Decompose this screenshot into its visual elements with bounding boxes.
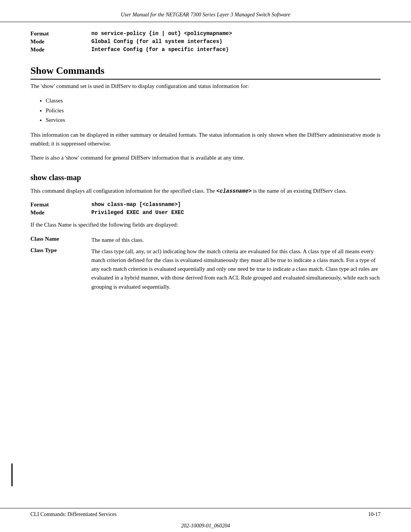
classmap-format-value: show class-map [<classname>] — [91, 201, 381, 209]
format-value: no service-policy {in | out} <policymapn… — [91, 30, 381, 38]
footer-page-number: 10-17 — [368, 511, 381, 518]
list-item: Services — [46, 115, 381, 125]
class-name-label: Class Name — [30, 235, 91, 246]
table-row: Mode Privileged EXEC and User EXEC — [30, 209, 381, 217]
show-classmap-intro: This command displays all configuration … — [30, 187, 381, 196]
mode-label-2: Mode — [30, 46, 91, 54]
bullet-list: Classes Policies Services — [46, 96, 381, 125]
show-commands-heading: Show Commands — [30, 65, 381, 80]
page-header: User Manual for the NETGEAR 7300 Series … — [0, 0, 411, 22]
left-bar-decoration — [11, 463, 13, 486]
mode-label-1: Mode — [30, 38, 91, 46]
format-label: Format — [30, 30, 91, 38]
class-type-label: Class Type — [30, 246, 91, 292]
mode-value-2: Interface Config (for a specific interfa… — [91, 46, 381, 54]
table-row: Mode Interface Config (for a specific in… — [30, 46, 381, 54]
class-type-value: The class type (all, any, or acl) indica… — [91, 246, 381, 292]
classmap-format-table: Format show class-map [<classname>] Mode… — [30, 201, 381, 217]
class-name-value: The name of this class. — [91, 235, 381, 246]
show-classmap-heading: show class-map — [30, 173, 381, 182]
table-row: Class Name The name of this class. — [30, 235, 381, 246]
footer-left-text: CLI Commands: Differentiated Services — [30, 511, 116, 518]
show-commands-para2: This information can be displayed in eit… — [30, 131, 381, 149]
intro-text-part1: This command displays all configuration … — [30, 188, 217, 194]
classmap-mode-label: Mode — [30, 209, 91, 217]
show-commands-intro: The 'show' command set is used in DiffSe… — [30, 82, 381, 91]
page-container: User Manual for the NETGEAR 7300 Series … — [0, 0, 411, 532]
top-format-table: Format no service-policy {in | out} <pol… — [30, 30, 381, 54]
table-row: Class Type The class type (all, any, or … — [30, 246, 381, 292]
classmap-mode-value: Privileged EXEC and User EXEC — [91, 209, 381, 217]
page-footer: CLI Commands: Differentiated Services 10… — [0, 508, 411, 521]
classmap-format-label: Format — [30, 201, 91, 209]
table-row: Format show class-map [<classname>] — [30, 201, 381, 209]
table-row: Format no service-policy {in | out} <pol… — [30, 30, 381, 38]
list-item: Policies — [46, 106, 381, 116]
fields-intro: If the Class Name is specified the follo… — [30, 220, 381, 229]
show-commands-para3: There is also a 'show' command for gener… — [30, 153, 381, 162]
mode-value-1: Global Config (for all system interfaces… — [91, 38, 381, 46]
header-title: User Manual for the NETGEAR 7300 Series … — [121, 12, 290, 18]
table-row: Mode Global Config (for all system inter… — [30, 38, 381, 46]
footer-doc-number: 202-10009-01_060204 — [181, 523, 230, 529]
content-area: Format no service-policy {in | out} <pol… — [0, 22, 411, 319]
intro-code: <classname> — [217, 188, 252, 194]
list-item: Classes — [46, 96, 381, 106]
footer-doc-number-area: 202-10009-01_060204 — [0, 522, 411, 529]
fields-table: Class Name The name of this class. Class… — [30, 235, 381, 292]
intro-text-part2: is the name of an existing DiffServ clas… — [252, 188, 347, 194]
